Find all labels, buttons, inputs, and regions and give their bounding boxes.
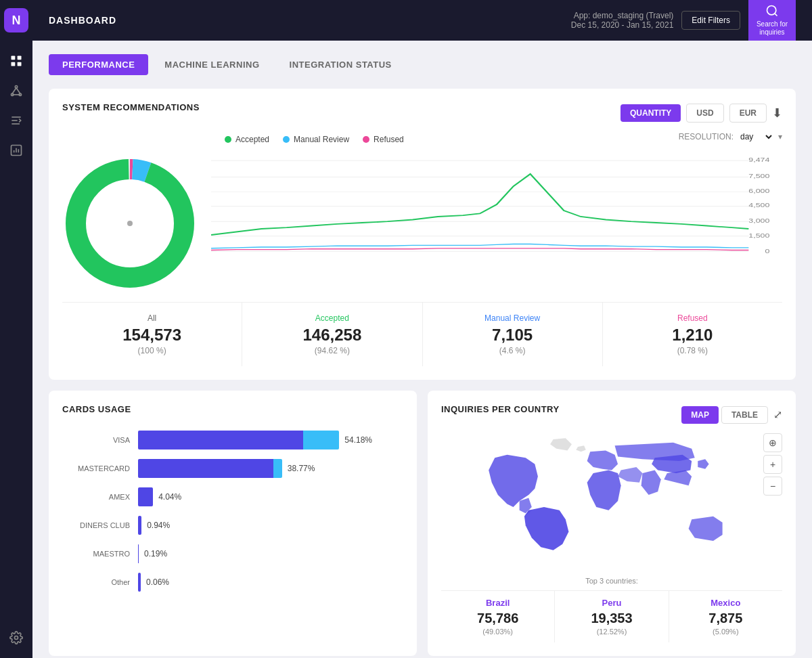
map-area: ⊕ + − <box>441 433 782 569</box>
legend-accepted-dot <box>225 136 231 143</box>
bar-row-mastercard: MASTERCARD 38.77% <box>62 459 403 478</box>
legend-refused-dot <box>363 136 369 143</box>
bar-pct-other: 0.06% <box>146 577 169 587</box>
world-map-svg <box>441 433 782 569</box>
country-peru-pct: (12.52%) <box>562 628 661 636</box>
map-buttons: MAP TABLE <box>681 406 768 424</box>
stat-refused-pct: (0.78 %) <box>614 346 771 355</box>
country-peru-name: Peru <box>562 598 661 608</box>
bar-pct-diners: 0.94% <box>147 521 170 530</box>
tab-performance[interactable]: PERFORMANCE <box>49 54 148 75</box>
tabs: PERFORMANCE MACHINE LEARNING INTEGRATION… <box>49 54 796 75</box>
sidebar-item-settings[interactable] <box>4 626 28 650</box>
chevron-down-icon: ▾ <box>778 132 782 141</box>
quantity-button[interactable]: QUANTITY <box>621 104 681 122</box>
stat-manual-review: Manual Review 7,105 (4.6 %) <box>423 303 603 366</box>
country-brazil-pct: (49.03%) <box>448 628 547 636</box>
usd-button[interactable]: USD <box>686 104 723 123</box>
map-controls: ⊕ + − <box>763 433 782 496</box>
search-icon <box>765 4 779 18</box>
country-mexico-value: 7,875 <box>676 611 775 626</box>
stat-accepted-label: Accepted <box>253 313 411 323</box>
country-row: Brazil 75,786 (49.03%) Peru 19,353 (12.5… <box>441 590 782 642</box>
svg-point-17 <box>15 636 18 640</box>
map-header: INQUIRIES PER COUNTRY MAP TABLE ⤢ <box>441 404 782 425</box>
stat-refused-label: Refused <box>614 313 771 323</box>
svg-text:4,500: 4,500 <box>748 202 769 209</box>
country-mexico-name: Mexico <box>676 598 775 608</box>
stats-row: All 154,573 (100 %) Accepted 146,258 (94… <box>62 302 782 366</box>
stat-all-label: All <box>73 313 231 323</box>
svg-text:9,474: 9,474 <box>748 156 769 163</box>
stat-all-value: 154,573 <box>73 326 231 345</box>
search-inquiries-button[interactable]: Search forinquiries <box>748 0 796 41</box>
country-mexico: Mexico 7,875 (5.09%) <box>669 591 782 642</box>
sys-rec-header: SYSTEM RECOMMENDATIONS QUANTITY USD EUR … <box>62 102 782 123</box>
resolution-row: RESOLUTION: day week month ▾ <box>679 131 782 142</box>
bar-fill-diners <box>138 516 141 535</box>
edit-filters-button[interactable]: Edit Filters <box>681 11 740 30</box>
bar-label-diners: DINERS CLUB <box>62 521 130 529</box>
sidebar-item-network[interactable] <box>4 79 28 103</box>
stat-manual-review-value: 7,105 <box>434 326 591 345</box>
map-header-right: MAP TABLE ⤢ <box>681 406 782 424</box>
stat-all: All 154,573 (100 %) <box>62 303 242 366</box>
country-peru: Peru 19,353 (12.52%) <box>555 591 669 642</box>
bar-fill-maestro <box>138 544 139 563</box>
main-area: DASHBOARD App: demo_staging (Travel) Dec… <box>32 0 812 658</box>
bar-track-amex: 4.04% <box>138 487 403 506</box>
sidebar-item-dashboard[interactable] <box>4 49 28 73</box>
sidebar-logo[interactable]: N <box>4 8 28 32</box>
stat-refused-value: 1,210 <box>614 326 771 345</box>
bar-pct-mastercard: 38.77% <box>288 464 315 473</box>
legend-accepted: Accepted <box>225 135 269 144</box>
svg-rect-2 <box>12 62 16 66</box>
sidebar-item-rules[interactable] <box>4 108 28 133</box>
country-peru-value: 19,353 <box>562 611 661 626</box>
bar-label-amex: AMEX <box>62 493 130 501</box>
bar-label-mastercard: MASTERCARD <box>62 464 130 473</box>
legend-refused-label: Refused <box>374 135 404 144</box>
tab-integration-status[interactable]: INTEGRATION STATUS <box>276 54 405 75</box>
map-zoom-out-button[interactable]: − <box>763 477 782 496</box>
sidebar: N <box>0 0 32 658</box>
chart-legend: Accepted Manual Review Refused RESOLUTIO… <box>62 131 782 148</box>
bar-row-visa: VISA 54.18% <box>62 431 403 449</box>
sys-rec-title: SYSTEM RECOMMENDATIONS <box>62 102 200 112</box>
resolution-select[interactable]: day week month <box>738 131 774 142</box>
map-view-button[interactable]: MAP <box>681 406 719 424</box>
download-icon[interactable]: ⬇ <box>772 106 782 120</box>
tab-machine-learning[interactable]: MACHINE LEARNING <box>151 54 273 75</box>
bar-track-other: 0.06% <box>138 573 403 592</box>
country-mexico-pct: (5.09%) <box>676 628 775 636</box>
bar-track-visa: 54.18% <box>138 431 403 449</box>
resolution-label: RESOLUTION: <box>679 132 734 141</box>
eur-button[interactable]: EUR <box>729 104 767 123</box>
country-brazil-name: Brazil <box>448 598 547 608</box>
sidebar-item-reports[interactable] <box>4 138 28 162</box>
svg-point-4 <box>15 86 17 88</box>
donut-center-dot <box>127 221 133 226</box>
chart-area: 9,474 7,500 6,000 4,500 3,000 1,500 0 <box>62 156 782 291</box>
cards-usage-title: CARDS USAGE <box>62 404 403 414</box>
svg-rect-3 <box>18 62 22 66</box>
stat-all-pct: (100 %) <box>73 346 231 355</box>
app-info: App: demo_staging (Travel) Dec 15, 2020 … <box>571 11 673 30</box>
table-view-button[interactable]: TABLE <box>721 406 768 424</box>
svg-text:7,500: 7,500 <box>748 173 769 179</box>
country-brazil-value: 75,786 <box>448 611 547 626</box>
map-zoom-in-button[interactable]: + <box>763 455 782 474</box>
svg-rect-0 <box>12 56 16 60</box>
expand-icon[interactable]: ⤢ <box>773 408 782 421</box>
bar-fill-other <box>138 573 141 592</box>
system-recommendations-card: SYSTEM RECOMMENDATIONS QUANTITY USD EUR … <box>49 89 796 380</box>
map-move-button[interactable]: ⊕ <box>763 433 782 452</box>
bar-row-diners: DINERS CLUB 0.94% <box>62 516 403 535</box>
inquiries-title: INQUIRIES PER COUNTRY <box>441 404 560 414</box>
bar-row-amex: AMEX 4.04% <box>62 487 403 506</box>
bar-pct-visa: 54.18% <box>344 435 372 445</box>
bar-fill-visa-secondary <box>303 431 340 449</box>
content-area: PERFORMANCE MACHINE LEARNING INTEGRATION… <box>32 41 812 658</box>
bar-track-diners: 0.94% <box>138 516 403 535</box>
legend-manual-review-label: Manual Review <box>294 135 349 144</box>
